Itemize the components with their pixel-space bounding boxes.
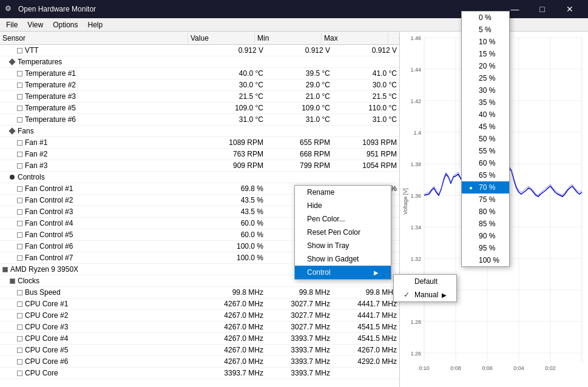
sensor-value [199, 177, 266, 178]
ctx-pen-color[interactable]: Pen Color... [295, 212, 391, 226]
submenu-default[interactable]: Default [394, 275, 456, 288]
sensor-min: 3393.7 MHz [266, 357, 333, 366]
sensor-label: Fan #3 [25, 161, 47, 170]
table-row[interactable]: CPU Core #34267.0 MHz3027.7 MHz4541.5 MH… [0, 321, 399, 333]
table-row[interactable]: Temperatures [0, 56, 399, 68]
table-row[interactable]: CPU Core #24267.0 MHz3027.7 MHz4441.7 MH… [0, 310, 399, 321]
menu-help[interactable]: Help [83, 19, 108, 30]
svg-text:1.34: 1.34 [410, 224, 421, 231]
table-row[interactable]: Fan #11089 RPM655 RPM1093 RPM [0, 137, 399, 149]
pct-60[interactable]: 60 % [462, 157, 509, 169]
ctx-hide[interactable]: Hide [295, 199, 391, 212]
pct-80[interactable]: 80 % [462, 206, 509, 218]
pct-35[interactable]: 35 % [462, 96, 509, 109]
sensor-label: CPU Core #2 [25, 311, 68, 320]
table-row[interactable]: Fan #2763 RPM668 RPM951 RPM [0, 149, 399, 160]
pct-95[interactable]: 95 % [462, 242, 509, 254]
pct-75[interactable]: 75 % [462, 194, 509, 206]
sensor-min: 99.8 MHz [266, 288, 333, 297]
pct-40[interactable]: 40 % [462, 109, 509, 121]
pct-50[interactable]: 50 % [462, 133, 509, 145]
pct-5[interactable]: 5 % [462, 24, 509, 36]
sensor-value: 100.0 % [199, 253, 266, 263]
svg-text:1.28: 1.28 [410, 319, 421, 325]
sensor-name-cell: AMD Ryzen 9 3950X [0, 264, 199, 274]
pct-70[interactable]: ●70 % [462, 181, 509, 194]
pct-15[interactable]: 15 % [462, 48, 509, 60]
row-icon [17, 152, 22, 157]
table-row[interactable]: Temperature #140.0 °C39.5 °C41.0 °C [0, 68, 399, 79]
row-icon [10, 278, 15, 284]
table-row[interactable]: CPU Core #44267.0 MHz3393.7 MHz4541.5 MH… [0, 333, 399, 345]
sensor-label: Fan Control #5 [25, 231, 73, 239]
pct-0[interactable]: 0 % [462, 12, 509, 24]
sensor-min: 31.0 °C [266, 115, 333, 124]
table-row[interactable]: Fans [0, 126, 399, 137]
row-icon [17, 82, 22, 88]
table-row[interactable]: Bus Speed99.8 MHz99.8 MHz99.8 MHz [0, 287, 399, 298]
maximize-button[interactable]: □ [529, 0, 556, 18]
row-icon [17, 94, 22, 99]
menu-view[interactable]: View [22, 19, 48, 30]
pct-55[interactable]: 55 % [462, 145, 509, 157]
ctx-show-gadget[interactable]: Show in Gadget [295, 252, 391, 266]
table-row[interactable]: CPU Core #54267.0 MHz3393.7 MHz4267.0 MH… [0, 345, 399, 356]
control-submenu: Default ✓ Manual ▶ [393, 274, 457, 302]
table-row[interactable]: CPU Core #14267.0 MHz3027.7 MHz4441.7 MH… [0, 298, 399, 310]
ctx-control-arrow: ▶ [374, 269, 379, 276]
sensor-name-cell: Temperature #2 [0, 80, 199, 90]
ctx-reset-pen-color[interactable]: Reset Pen Color [295, 226, 391, 239]
pct-30[interactable]: 30 % [462, 84, 509, 96]
table-row[interactable]: Fan #3909 RPM799 RPM1054 RPM [0, 160, 399, 172]
pct-100[interactable]: 100 % [462, 254, 509, 266]
table-row[interactable]: Controls [0, 172, 399, 183]
sensor-name-cell: Bus Speed [0, 288, 199, 297]
table-row[interactable]: Temperature #321.5 °C21.0 °C21.5 °C [0, 91, 399, 103]
sensor-value [199, 280, 266, 281]
pct-10[interactable]: 10 % [462, 36, 509, 48]
ctx-control-label: Control [307, 268, 331, 277]
sensor-value: 763 RPM [199, 149, 266, 159]
svg-text:0:04: 0:04 [513, 365, 524, 371]
sensor-min: 29.0 °C [266, 80, 333, 90]
sensor-value: 4267.0 MHz [199, 322, 266, 332]
sensor-max: 951 RPM [333, 149, 399, 159]
pct-20[interactable]: 20 % [462, 60, 509, 72]
pct-90[interactable]: 90 % [462, 230, 509, 242]
sensor-name-cell: CPU Core #5 [0, 345, 199, 355]
pct-85[interactable]: 85 % [462, 218, 509, 230]
ctx-show-tray[interactable]: Show in Tray [295, 239, 391, 252]
sensor-value: 3393.7 MHz [199, 368, 266, 378]
sensor-max: 110.0 °C [333, 103, 399, 113]
table-row[interactable]: CPU Core3393.7 MHz3393.7 MHz [0, 368, 399, 379]
sensor-value: 0.912 V [199, 45, 266, 55]
table-row[interactable]: Temperature #230.0 °C29.0 °C30.0 °C [0, 79, 399, 91]
close-button[interactable]: ✕ [556, 0, 583, 18]
ctx-rename[interactable]: Rename [295, 186, 391, 199]
sensor-value: 909 RPM [199, 161, 266, 170]
table-row[interactable]: VTT0.912 V0.912 V0.912 V [0, 45, 399, 56]
ctx-control[interactable]: Control ▶ [295, 266, 391, 279]
sensor-min: 3393.7 MHz [266, 345, 333, 355]
pct-65[interactable]: 65 % [462, 169, 509, 181]
sensor-label: Fan #1 [25, 138, 47, 147]
col-min: Min [255, 33, 322, 44]
sensor-max: 0.912 V [333, 45, 399, 55]
sensor-label: Fan Control #7 [25, 254, 73, 262]
sensor-min: 21.0 °C [266, 92, 333, 101]
submenu-manual[interactable]: ✓ Manual ▶ [394, 288, 456, 301]
table-row[interactable]: Temperature #5109.0 °C109.0 °C110.0 °C [0, 103, 399, 114]
table-row[interactable]: CPU Core #64267.0 MHz3393.7 MHz4292.0 MH… [0, 356, 399, 368]
menu-options[interactable]: Options [48, 19, 83, 30]
sensor-name-cell: Temperature #1 [0, 69, 199, 78]
table-row[interactable]: Temperature #631.0 °C31.0 °C31.0 °C [0, 114, 399, 126]
pct-45[interactable]: 45 % [462, 121, 509, 133]
sensor-name-cell: Fan Control #5 [0, 230, 199, 240]
sensor-value: 69.8 % [199, 184, 266, 194]
row-icon [17, 106, 22, 111]
sensor-name-cell: Fan #3 [0, 161, 199, 170]
pct-25[interactable]: 25 % [462, 72, 509, 84]
menu-file[interactable]: File [1, 19, 22, 30]
svg-text:0:02: 0:02 [545, 365, 556, 371]
sensor-max: 30.0 °C [333, 80, 399, 90]
